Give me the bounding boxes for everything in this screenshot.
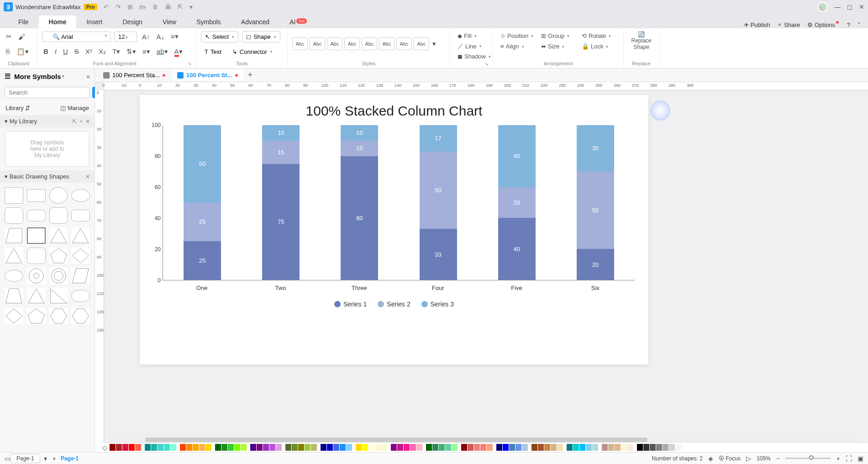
undo-icon[interactable]: ↶ xyxy=(104,3,109,11)
color-swatch[interactable] xyxy=(151,444,157,451)
shape-frame[interactable] xyxy=(27,227,46,244)
color-swatch[interactable] xyxy=(305,444,310,451)
color-swatch[interactable] xyxy=(221,444,227,451)
shape-right-triangle[interactable] xyxy=(49,288,68,304)
color-swatch[interactable] xyxy=(391,444,397,451)
shape-hexagon[interactable] xyxy=(27,248,46,264)
format-painter-icon[interactable]: 🖌 xyxy=(17,32,26,42)
highlight-icon[interactable]: ab▾ xyxy=(155,46,169,57)
color-swatch[interactable] xyxy=(263,444,269,451)
select-tool-button[interactable]: ↖ Select▾ xyxy=(201,31,238,42)
fill-button[interactable]: ◆ Fill▾ xyxy=(455,31,488,41)
color-swatch[interactable] xyxy=(234,444,240,451)
pages-panel-icon[interactable]: ▭ xyxy=(5,455,11,462)
color-swatch[interactable] xyxy=(215,444,221,451)
connector-tool-button[interactable]: ↳ Connector▾ xyxy=(229,47,276,57)
color-swatch[interactable] xyxy=(579,444,585,451)
style-thumb[interactable]: Abc xyxy=(414,37,429,50)
help-icon[interactable]: ? xyxy=(847,21,850,28)
style-thumb[interactable]: Abc xyxy=(362,37,377,50)
size-button[interactable]: ⬌ Size▾ xyxy=(538,42,578,51)
mylib-toggle[interactable]: ▾ My Library xyxy=(5,118,37,125)
color-swatch[interactable] xyxy=(321,444,326,451)
zoom-slider[interactable] xyxy=(785,458,831,459)
color-swatch[interactable] xyxy=(487,444,493,451)
copy-icon[interactable]: ⎘ xyxy=(5,46,11,57)
maximize-icon[interactable]: ◻ xyxy=(847,3,852,11)
fit-page-icon[interactable]: ⛶ xyxy=(846,455,852,462)
color-swatch[interactable] xyxy=(669,444,675,451)
shadow-button[interactable]: ◼ Shadow▾ xyxy=(455,52,488,61)
color-swatch[interactable] xyxy=(516,444,521,451)
color-swatch[interactable] xyxy=(129,444,135,451)
shape-tool-button[interactable]: ◻ Shape▾ xyxy=(242,31,280,42)
color-swatch[interactable] xyxy=(416,444,422,451)
color-swatch[interactable] xyxy=(116,444,122,451)
color-swatch[interactable] xyxy=(298,444,304,451)
color-swatch[interactable] xyxy=(643,444,649,451)
line-button[interactable]: ／ Line▾ xyxy=(455,41,488,52)
style-thumb[interactable]: Abc xyxy=(327,37,342,50)
horizontal-scrollbar[interactable] xyxy=(109,438,861,442)
color-swatch[interactable] xyxy=(615,444,621,451)
shape-rounded-rect-2[interactable] xyxy=(49,207,68,224)
styles-more-icon[interactable]: ▾ xyxy=(431,38,437,49)
color-swatch[interactable] xyxy=(241,444,247,451)
color-swatch[interactable] xyxy=(292,444,298,451)
color-swatch[interactable] xyxy=(538,444,544,451)
color-swatch[interactable] xyxy=(327,444,333,451)
color-swatch[interactable] xyxy=(557,444,563,451)
font-launcher-icon[interactable]: ↘ xyxy=(188,61,191,66)
options-button[interactable]: ⚙ Options xyxy=(807,21,840,28)
align-button[interactable]: ≡ Align▾ xyxy=(498,42,537,51)
tab-advanced[interactable]: Advanced xyxy=(231,16,279,28)
shape-square[interactable] xyxy=(5,187,23,204)
color-swatch[interactable] xyxy=(375,444,381,451)
mylib-close-icon[interactable]: ✕ xyxy=(85,118,90,125)
color-swatch[interactable] xyxy=(368,444,374,451)
color-swatch[interactable] xyxy=(551,444,557,451)
color-swatch[interactable] xyxy=(269,444,275,451)
color-swatch[interactable] xyxy=(276,444,282,451)
shape-rounded-square[interactable] xyxy=(5,207,23,224)
publish-button[interactable]: ✈ Publish xyxy=(744,21,770,28)
style-thumb[interactable]: Abc xyxy=(379,37,395,50)
color-swatch[interactable] xyxy=(627,444,633,451)
mylib-dropzone[interactable]: Drag symbols here to add to My Library xyxy=(5,131,89,167)
color-swatch[interactable] xyxy=(135,444,141,451)
style-thumb[interactable]: Abc xyxy=(310,37,325,50)
color-swatch[interactable] xyxy=(228,444,234,451)
line-spacing-icon[interactable]: ⇅▾ xyxy=(125,46,137,57)
zoom-out-icon[interactable]: − xyxy=(776,455,780,462)
paint-bucket-icon[interactable]: ◇ xyxy=(102,444,107,451)
color-swatch[interactable] xyxy=(110,444,116,451)
legend-item[interactable]: Series 2 xyxy=(378,301,410,308)
style-thumb[interactable]: Abc xyxy=(396,37,412,50)
tab-symbols[interactable]: Symbols xyxy=(186,16,231,28)
bar-Six[interactable]: 205030 xyxy=(577,125,614,280)
cut-icon[interactable]: ✂ xyxy=(5,31,13,42)
bullets-icon[interactable]: ≡▾ xyxy=(141,46,152,57)
chart[interactable]: 020406080100 252550751510801010335017402… xyxy=(163,125,635,299)
case-icon[interactable]: T▾ xyxy=(111,46,121,57)
color-swatch[interactable] xyxy=(663,444,668,451)
color-swatch[interactable] xyxy=(586,444,592,451)
doc-tab-2[interactable]: 100 Percent St... xyxy=(172,70,243,80)
color-swatch[interactable] xyxy=(621,444,627,451)
page-tab[interactable]: Page-1 xyxy=(11,454,40,463)
bar-One[interactable]: 252550 xyxy=(184,125,221,280)
style-thumb[interactable]: Abc xyxy=(344,37,360,50)
shape-trapezoid-2[interactable] xyxy=(5,288,23,304)
fill-launcher-icon[interactable]: ↘ xyxy=(484,61,488,66)
add-doc-tab-icon[interactable]: + xyxy=(244,70,257,80)
shape-parallelogram[interactable] xyxy=(71,268,90,284)
color-swatch[interactable] xyxy=(432,444,438,451)
layers-icon[interactable]: ◈ xyxy=(708,455,713,462)
focus-button[interactable]: ⦿ Focus xyxy=(719,455,741,462)
minimize-icon[interactable]: — xyxy=(834,3,841,11)
symbol-search-input[interactable] xyxy=(5,87,89,98)
color-swatch[interactable] xyxy=(362,444,368,451)
collapse-ribbon-icon[interactable]: ˄ xyxy=(857,21,861,28)
shape-pentagon[interactable] xyxy=(49,248,68,264)
color-swatch[interactable] xyxy=(381,444,387,451)
